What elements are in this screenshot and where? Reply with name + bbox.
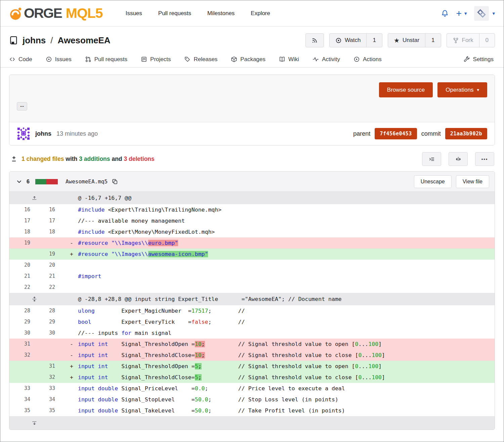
parent-hash-button[interactable]: 7f456e0453 xyxy=(375,128,417,139)
new-line-number: 32 xyxy=(34,372,59,383)
old-line-number: 21 xyxy=(9,271,34,282)
diff-marker xyxy=(59,204,78,215)
deletions-count: 3 deletions xyxy=(124,156,154,162)
nav-item-issues[interactable]: Issues xyxy=(126,10,142,17)
tab-releases[interactable]: Releases xyxy=(184,51,217,67)
tab-packages[interactable]: Packages xyxy=(231,51,265,67)
site-logo[interactable]: ORGE MQL5 xyxy=(9,5,103,21)
tab-projects[interactable]: Projects xyxy=(141,51,171,67)
hunk-header-text: @ -28,8 +28,8 @@ input string Expert_Tit… xyxy=(78,293,495,305)
expand-both-button[interactable] xyxy=(32,296,37,302)
diff-line-add: 32+input int Signal_ThresholdClose=5; //… xyxy=(9,372,495,383)
brand-forge-text: ORGE xyxy=(24,5,62,21)
commit-message-area: Browse source Operations▾ ... xyxy=(9,75,495,122)
fork-count[interactable]: 0 xyxy=(479,34,495,47)
author-identicon-avatar[interactable] xyxy=(17,127,30,140)
watch-count[interactable]: 1 xyxy=(366,34,382,47)
new-line-number: 18 xyxy=(34,226,59,237)
repo-name-link[interactable]: AwesomeEA xyxy=(58,35,111,46)
user-menu[interactable]: ▾ xyxy=(474,6,495,21)
diff-expand-row xyxy=(9,416,495,430)
tab-actions[interactable]: Actions xyxy=(353,51,382,67)
new-line-number xyxy=(34,339,59,350)
old-line-number: 18 xyxy=(9,226,34,237)
code-line: //--- inputs for main signal xyxy=(78,327,495,339)
diff-line-ctx: 3535input double Signal_TakeLevel =50.0;… xyxy=(9,405,495,416)
diff-icon xyxy=(10,156,17,163)
rss-button[interactable] xyxy=(305,33,324,47)
navbar-right: +▾ ▾ xyxy=(441,6,495,21)
new-line-number: 31 xyxy=(34,361,59,372)
old-line-number: 20 xyxy=(9,260,34,271)
avatar xyxy=(474,6,489,21)
diff-file-box: 6 AwesomeEA.mq5 Unescape View file @ -16… xyxy=(9,171,495,430)
book-icon xyxy=(279,56,285,62)
expand-down-button[interactable] xyxy=(32,420,37,426)
tab-settings[interactable]: Settings xyxy=(464,51,494,67)
browse-source-button[interactable]: Browse source xyxy=(379,82,433,97)
old-line-number: 33 xyxy=(9,383,34,394)
diff-line-ctx: 1717//--- available money management xyxy=(9,215,495,226)
star-button-group: ★ Unstar 1 xyxy=(388,33,441,47)
tab-label: Packages xyxy=(240,56,265,63)
nav-item-explore[interactable]: Explore xyxy=(251,10,270,17)
tab-pull-requests[interactable]: Pull requests xyxy=(85,51,127,67)
old-line-number: 31 xyxy=(9,339,34,350)
diff-table: @ -16,7 +16,7 @@1616#include <Expert\Tra… xyxy=(9,192,495,430)
code-line: //--- available money management xyxy=(78,215,495,226)
diff-line-ctx: 3333input double Signal_PriceLevel =0.0;… xyxy=(9,383,495,394)
diff-view-options: ••• xyxy=(422,152,494,166)
unstar-button[interactable]: ★ Unstar xyxy=(388,34,425,47)
tab-wiki[interactable]: Wiki xyxy=(279,51,299,67)
split-view-button[interactable] xyxy=(449,152,468,166)
code-line: #resource "\\Images\\awesomea-icon.bmp" xyxy=(78,249,495,260)
copy-file-name-button[interactable] xyxy=(112,179,118,185)
tab-code[interactable]: Code xyxy=(9,51,32,67)
diff-options-button[interactable]: ••• xyxy=(475,152,494,166)
diff-line-ctx: 1616#include <Expert\Trailing\TrailingNo… xyxy=(9,204,495,215)
file-name[interactable]: AwesomeEA.mq5 xyxy=(66,178,108,185)
nav-item-pull-requests[interactable]: Pull requests xyxy=(158,10,191,17)
diff-line-del: 31-input int Signal_ThresholdOpen =10; /… xyxy=(9,339,495,350)
view-file-button[interactable]: View file xyxy=(456,175,489,188)
collapse-file-button[interactable] xyxy=(16,179,22,185)
commit-message-expand-button[interactable]: ... xyxy=(17,102,27,110)
operations-dropdown-button[interactable]: Operations▾ xyxy=(437,82,487,97)
expand-up-button[interactable] xyxy=(32,195,37,201)
ellipsis-icon: ••• xyxy=(481,157,488,162)
tab-label: Actions xyxy=(363,56,382,63)
unescape-button[interactable]: Unescape xyxy=(414,175,452,188)
top-navbar: ORGE MQL5 IssuesPull requestsMilestonesE… xyxy=(0,0,504,27)
diff-line-ctx: 2222 xyxy=(9,282,495,293)
diff-marker: - xyxy=(59,339,78,350)
tab-issues[interactable]: Issues xyxy=(46,51,72,67)
watch-button[interactable]: Watch xyxy=(330,34,367,47)
hunk-header-text: @ -16,7 +16,7 @@ xyxy=(78,192,495,204)
code-line: #import xyxy=(78,271,495,282)
diff-line-ctx: 1818#include <Expert\Money\MoneyFixedLot… xyxy=(9,226,495,237)
old-line-number: 35 xyxy=(9,405,34,416)
diff-marker xyxy=(59,316,78,327)
fork-button[interactable]: Fork xyxy=(447,34,479,47)
chevron-down-icon xyxy=(16,179,22,185)
split-view-icon xyxy=(455,156,461,162)
package-icon xyxy=(231,56,237,62)
star-count[interactable]: 1 xyxy=(425,34,440,47)
create-new-button[interactable]: +▾ xyxy=(456,9,467,18)
old-line-number: 30 xyxy=(9,327,34,339)
diff-marker: + xyxy=(59,249,78,260)
commit-author-name[interactable]: johns xyxy=(35,130,51,137)
tab-activity[interactable]: Activity xyxy=(312,51,340,67)
notifications-bell-icon[interactable] xyxy=(441,9,449,17)
rss-icon xyxy=(311,37,318,44)
repo-owner-link[interactable]: johns xyxy=(23,35,46,46)
whitespace-options-button[interactable] xyxy=(422,152,441,166)
commit-actions: Browse source Operations▾ xyxy=(17,82,487,97)
parent-label: parent xyxy=(353,130,370,137)
diff-marker xyxy=(59,226,78,237)
commit-hash-button[interactable]: 21aa3b902b xyxy=(445,128,487,139)
tab-label: Activity xyxy=(322,56,340,63)
code-line: input double Signal_PriceLevel =0.0; // … xyxy=(78,383,495,394)
nav-item-milestones[interactable]: Milestones xyxy=(207,10,235,17)
new-line-number: 34 xyxy=(34,394,59,405)
